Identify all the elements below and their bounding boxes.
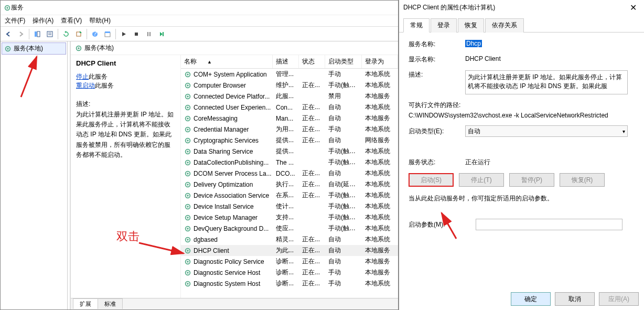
menu-view[interactable]: 查看(V): [61, 16, 82, 25]
cell-status: [299, 228, 325, 229]
gear-icon: [184, 192, 191, 199]
tab-extended[interactable]: 扩展: [73, 298, 98, 309]
table-row[interactable]: DCOM Server Process La...DCO...正在...自动本地…: [181, 168, 398, 179]
start-button[interactable]: 启动(S): [409, 173, 454, 187]
svc-name-label: 服务名称:: [409, 40, 465, 49]
tab-general[interactable]: 常规: [403, 18, 430, 33]
cell-startup: 自动(延迟...: [325, 179, 362, 189]
col-logon[interactable]: 登录为: [362, 55, 398, 68]
menu-file[interactable]: 文件(F): [5, 16, 25, 25]
param-label: 启动参数(M):: [409, 220, 476, 229]
menu-help[interactable]: 帮助(H): [89, 16, 111, 25]
cell-status: 正在...: [299, 135, 325, 145]
forward-button[interactable]: [15, 28, 27, 40]
menu-action[interactable]: 操作(A): [33, 16, 53, 25]
detail-button[interactable]: [44, 28, 56, 40]
help-button[interactable]: ?: [89, 28, 101, 40]
cell-logon: 本地系统: [362, 234, 398, 244]
table-row[interactable]: DHCP Client为此...正在...自动本地服务: [181, 245, 398, 256]
cell-logon: 本地服务: [362, 245, 398, 255]
stop-button[interactable]: [131, 28, 142, 40]
cell-desc: 支持...: [273, 212, 299, 222]
col-desc[interactable]: 描述: [273, 55, 299, 68]
cell-desc: Con...: [273, 103, 299, 112]
export-button[interactable]: [73, 28, 84, 40]
svg-text:?: ?: [93, 30, 97, 37]
restart-button[interactable]: [156, 28, 167, 40]
table-row[interactable]: Cryptographic Services提供...正在...自动网络服务: [181, 135, 398, 146]
cell-startup: 手动: [325, 69, 362, 79]
table-row[interactable]: dgbased精灵...正在...自动本地系统: [181, 234, 398, 245]
ok-button[interactable]: 确定: [511, 292, 551, 306]
properties-button[interactable]: [102, 28, 113, 40]
desc-box[interactable]: 为此计算机注册并更新 IP 地址。如果此服务停止，计算机将不能接收动态 IP 地…: [465, 70, 628, 94]
cell-startup: 手动(触发...: [325, 190, 362, 200]
resume-button[interactable]: 恢复(R): [560, 173, 605, 187]
apply-button[interactable]: 应用(A): [599, 292, 639, 306]
table-row[interactable]: Data Sharing Service提供...手动(触发...本地系统: [181, 146, 398, 157]
table-row[interactable]: Computer Browser维护...正在...手动(触发...本地系统: [181, 80, 398, 91]
pause-button[interactable]: 暂停(P): [509, 173, 554, 187]
svg-rect-10: [105, 33, 110, 37]
startup-combo[interactable]: 自动 ▾: [465, 125, 628, 137]
gear-icon: [184, 236, 191, 243]
table-row[interactable]: Credential Manager为用...正在...手动本地系统: [181, 124, 398, 135]
cell-name: Device Setup Manager: [181, 213, 273, 222]
gear-icon: [184, 280, 191, 287]
close-icon[interactable]: ✕: [627, 3, 640, 13]
table-row[interactable]: CoreMessagingMan...正在...自动本地服务: [181, 113, 398, 124]
stop-button[interactable]: 停止(T): [459, 173, 504, 187]
col-name[interactable]: 名称▲: [181, 55, 273, 68]
table-row[interactable]: Device Install Service使计...手动(触发...本地系统: [181, 201, 398, 212]
table-row[interactable]: Diagnostic Service Host诊断...正在...手动本地服务: [181, 267, 398, 278]
restart-link[interactable]: 重启动: [76, 82, 95, 89]
cell-startup: 自动: [325, 234, 362, 244]
col-status[interactable]: 状态: [299, 55, 325, 68]
back-button[interactable]: [3, 28, 14, 40]
tree-item-services-local[interactable]: 服务(本地): [2, 42, 66, 55]
cell-name: Delivery Optimization: [181, 180, 273, 189]
refresh-button[interactable]: [60, 28, 72, 40]
table-row[interactable]: Device Setup Manager支持...手动(触发...本地系统: [181, 212, 398, 223]
tab-recovery[interactable]: 恢复: [458, 18, 484, 33]
table-row[interactable]: DevQuery Background D...使应...手动(触发...本地系…: [181, 223, 398, 234]
table-row[interactable]: Connected User Experien...Con...正在...自动本…: [181, 102, 398, 113]
table-row[interactable]: COM+ System Application管理...手动本地系统: [181, 69, 398, 80]
dialog-title: DHCP Client 的属性(本地计算机): [403, 3, 495, 12]
col-startup[interactable]: 启动类型: [325, 55, 362, 68]
table-row[interactable]: Diagnostic Policy Service诊断...正在...自动本地服…: [181, 256, 398, 267]
tab-standard[interactable]: 标准: [98, 298, 123, 309]
svg-point-21: [187, 73, 189, 76]
cancel-button[interactable]: 取消: [555, 292, 595, 306]
tab-logon[interactable]: 登录: [431, 18, 457, 33]
cell-name: DCOM Server Process La...: [181, 169, 273, 178]
cell-logon: 本地系统: [362, 102, 398, 112]
gear-icon: [4, 4, 11, 12]
table-row[interactable]: Connected Device Platfor...此服...禁用本地服务: [181, 91, 398, 102]
cell-desc: 此服...: [273, 91, 299, 101]
gear-icon: [184, 225, 191, 232]
svc-name-value: Dhcp: [465, 40, 482, 47]
play-button[interactable]: [118, 28, 130, 40]
detail-desc: 为此计算机注册并更新 IP 地址。如果此服务停止，计算机将不能接收动态 IP 地…: [76, 110, 175, 160]
menu-bar: 文件(F) 操作(A) 查看(V) 帮助(H): [1, 15, 398, 27]
table-row[interactable]: Device Association Service在系...正在...手动(触…: [181, 190, 398, 201]
svg-point-23: [187, 84, 189, 87]
cell-name: Diagnostic Policy Service: [181, 258, 273, 266]
svg-rect-4: [47, 31, 52, 37]
show-hide-button[interactable]: [31, 28, 43, 40]
gear-icon: [184, 203, 191, 210]
tree-pane: 服务(本地): [1, 41, 68, 309]
table-row[interactable]: Delivery Optimization执行...正在...自动(延迟...本…: [181, 179, 398, 190]
tab-dependencies[interactable]: 依存关系: [485, 18, 524, 33]
svg-point-57: [187, 272, 189, 274]
table-row[interactable]: Diagnostic System Host诊断...正在...手动本地系统: [181, 278, 398, 289]
cell-logon: 本地系统: [362, 179, 398, 189]
stop-link[interactable]: 停止: [76, 73, 89, 80]
table-row[interactable]: DataCollectionPublishing...The ...手动(触发.…: [181, 157, 398, 168]
svg-point-27: [187, 106, 189, 109]
pause-button[interactable]: [143, 28, 155, 40]
cell-status: 正在...: [299, 168, 325, 178]
cell-logon: 本地系统: [362, 279, 398, 288]
param-input[interactable]: [476, 219, 622, 230]
